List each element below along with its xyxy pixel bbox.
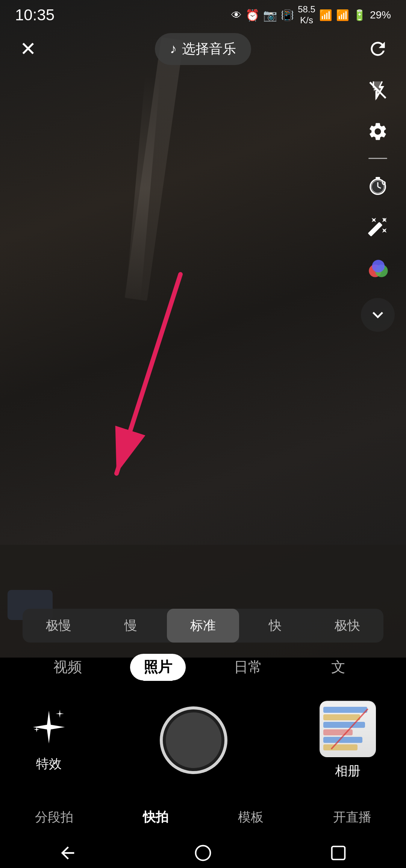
toolbar-divider — [368, 158, 387, 159]
speed-very-slow[interactable]: 极慢 — [23, 609, 95, 643]
speed-normal[interactable]: 标准 — [167, 609, 239, 643]
flash-off-icon — [367, 80, 388, 101]
magic-button[interactable] — [363, 212, 393, 242]
svg-text:3: 3 — [383, 181, 385, 184]
recents-icon — [329, 843, 348, 863]
settings-icon — [367, 121, 388, 142]
filter-button[interactable] — [361, 253, 395, 287]
home-button[interactable] — [192, 842, 214, 864]
camera-viewfinder — [0, 0, 406, 658]
status-bar: 10:35 👁 ⏰ 📷 📳 58.5K/s 📶 📶 🔋 29% — [0, 0, 406, 30]
refresh-button[interactable] — [365, 36, 391, 62]
svg-point-15 — [196, 846, 211, 860]
flash-button[interactable] — [363, 75, 393, 105]
vibrate-icon: 📳 — [281, 9, 294, 21]
bottom-controls: 特效 相册 — [0, 691, 406, 789]
album-button[interactable]: 相册 — [320, 701, 376, 780]
recents-button[interactable] — [327, 842, 350, 864]
home-icon — [193, 843, 213, 863]
tab-text[interactable]: 文 — [293, 650, 383, 684]
color-filter-icon — [367, 259, 388, 280]
speed-very-fast[interactable]: 极快 — [311, 609, 383, 643]
mode-tabs: 视频 照片 日常 文 — [0, 650, 406, 684]
sparkle-icon — [30, 708, 68, 750]
nav-livestream[interactable]: 开直播 — [333, 809, 371, 826]
timer-button[interactable]: 3 — [363, 170, 393, 200]
shutter-button[interactable] — [160, 706, 227, 774]
refresh-icon — [367, 38, 388, 59]
speed-selector: 极慢 慢 标准 快 极快 — [23, 609, 383, 643]
music-label: 选择音乐 — [182, 40, 236, 58]
svg-line-14 — [331, 709, 368, 749]
camera-icon: 📷 — [263, 9, 277, 22]
nav-quick[interactable]: 快拍 — [143, 809, 168, 826]
music-note-icon: ♪ — [170, 41, 177, 57]
close-icon: ✕ — [20, 39, 36, 59]
shutter-inner — [166, 712, 221, 768]
album-preview — [320, 701, 376, 757]
tab-photo-label: 照片 — [130, 654, 186, 680]
back-icon — [58, 843, 77, 863]
timer-icon: 3 — [367, 175, 388, 196]
album-label: 相册 — [335, 762, 361, 780]
top-toolbar: ✕ ♪ 选择音乐 — [0, 30, 406, 68]
status-time: 10:35 — [15, 6, 55, 24]
nav-segment[interactable]: 分段拍 — [35, 809, 73, 826]
wifi-icon: 📶 — [319, 9, 332, 21]
magic-wand-icon — [367, 216, 388, 237]
alarm-icon: ⏰ — [245, 9, 259, 22]
tab-photo[interactable]: 照片 — [113, 650, 203, 684]
tab-daily[interactable]: 日常 — [203, 650, 293, 684]
eye-icon: 👁 — [231, 9, 242, 21]
more-button[interactable] — [361, 298, 395, 332]
close-button[interactable]: ✕ — [15, 36, 41, 62]
effect-label: 特效 — [36, 755, 62, 773]
svg-rect-6 — [376, 177, 380, 179]
svg-point-11 — [372, 260, 385, 272]
bottom-nav: 分段拍 快拍 模板 开直播 — [0, 797, 406, 838]
speed-fast[interactable]: 快 — [239, 609, 311, 643]
settings-button[interactable] — [363, 116, 393, 147]
chevron-down-icon — [367, 304, 388, 325]
speed-slow[interactable]: 慢 — [95, 609, 167, 643]
battery-icon: 🔋 — [353, 9, 366, 21]
system-nav-bar — [0, 838, 406, 868]
back-button[interactable] — [56, 842, 79, 864]
effect-button[interactable]: 特效 — [30, 708, 68, 773]
battery-text: 29% — [370, 9, 391, 21]
svg-rect-16 — [332, 847, 345, 860]
tab-video[interactable]: 视频 — [23, 650, 113, 684]
music-select-button[interactable]: ♪ 选择音乐 — [155, 33, 251, 65]
status-icons: 👁 ⏰ 📷 📳 58.5K/s 📶 📶 🔋 29% — [231, 4, 391, 26]
nav-template[interactable]: 模板 — [238, 809, 264, 826]
speed-text: 58.5K/s — [298, 4, 315, 26]
album-overlay — [320, 702, 375, 756]
signal-icon: 📶 — [336, 9, 349, 21]
right-toolbar: 3 — [361, 75, 395, 332]
